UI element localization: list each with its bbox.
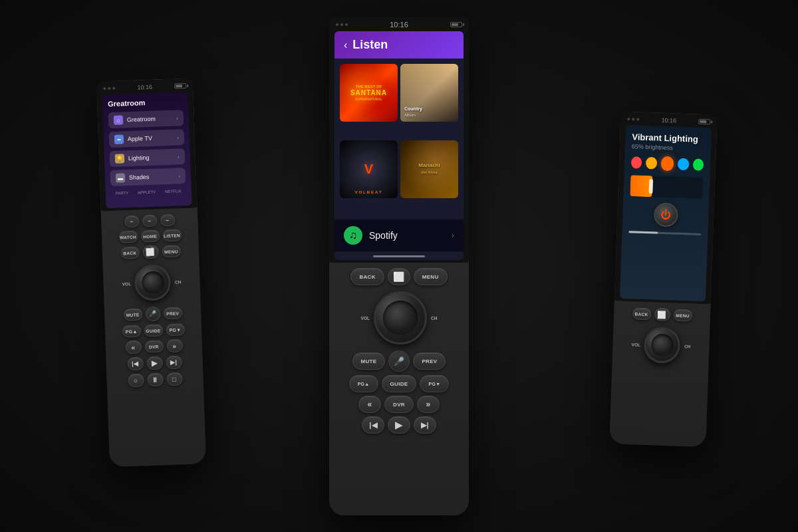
rdot-2 [632,118,634,120]
dot-2 [108,87,110,90]
spotify-row[interactable]: ♫ Spotify › [334,219,464,251]
left-menu-arrow-appletv: › [177,134,179,140]
btn-menu-center[interactable]: MENU [414,268,448,285]
left-menu-label-shades: Shades [129,173,175,181]
btn-ff-center[interactable]: » [417,396,440,413]
album-metal-logo: V [364,162,373,177]
power-button[interactable]: ⏻ [653,202,678,227]
vol-label-right: VOL [632,342,641,346]
album-country[interactable]: CountryAlbum [400,64,458,122]
btn-dvr-left[interactable]: DVR [144,340,164,352]
left-menu-shades[interactable]: ▬ Shades › [110,168,186,186]
dial-left[interactable] [134,264,172,301]
btn-minus3-left[interactable]: − [160,214,175,227]
btn-mute-center[interactable]: MUTE [352,352,386,370]
left-menu-appletv[interactable]: ▪▪ Apple TV › [109,129,185,148]
left-menu-greatroom[interactable]: ⌂ Greatroom › [108,110,184,128]
battery-center [450,22,462,27]
album-metal[interactable]: V VOLBEAT [340,140,398,198]
btn-guide-center[interactable]: GUIDE [382,375,417,392]
btn-listen-left[interactable]: LISTEN [162,229,182,241]
btn-row-transport-center: |◀ ▶ ▶| [334,416,464,434]
screen-center: 10:16 ‹ Listen THE BEST OF SANTANA SUPER… [329,17,469,263]
right-screen-subtitle: 65% brightness [632,143,704,152]
time-center: 10:16 [390,21,408,29]
battery-right [698,119,710,125]
brightness-bar[interactable] [630,175,703,199]
color-amber[interactable] [646,157,657,170]
btn-pgdown-left[interactable]: PG▼ [166,323,185,336]
btn-circle-left[interactable]: ○ [128,374,144,388]
btn-ff-left[interactable]: » [166,338,183,352]
btn-minus2-left[interactable]: − [142,215,157,227]
btn-skipfwd-left[interactable]: ▶| [166,355,182,369]
tab-party[interactable]: PARTY [116,191,129,196]
btn-tv-left[interactable]: ⬜ [142,245,159,259]
remote-body-right: BACK ⬜ MENU VOL CH [609,301,710,447]
btn-dvr-center[interactable]: DVR [384,396,414,413]
btn-play-center[interactable]: ▶ [388,416,410,434]
left-menu-arrow-greatroom: › [176,115,178,121]
dial-center[interactable] [374,291,427,344]
screen-content-right: Vibrant Lighting 65% brightness ⏻ [620,125,712,301]
tab-netflix[interactable]: NETFLIX [165,189,182,194]
btn-rew-left[interactable]: « [125,340,142,354]
album-latin[interactable]: Mariachidel Alma [400,140,458,198]
screen-content-center: ‹ Listen THE BEST OF SANTANA SUPERNATURA… [334,31,464,260]
album-metal-label: VOLBEAT [340,190,398,194]
btn-minus1-left[interactable]: − [124,215,139,228]
btn-prev-left[interactable]: PREV [163,307,182,319]
time-right: 10:16 [661,117,676,124]
dial-container-center: VOL CH [361,291,438,344]
btn-pgup-center[interactable]: PG▲ [349,375,378,392]
album-santana[interactable]: THE BEST OF SANTANA SUPERNATURAL [340,64,398,122]
left-menu-label-appletv: Apple TV [128,134,174,142]
btn-skipback-center[interactable]: |◀ [362,416,384,434]
color-green[interactable] [692,158,704,171]
btn-back-right[interactable]: BACK [632,307,651,320]
color-blue[interactable] [678,158,689,171]
signal-dots-right [627,118,639,121]
btn-pgup-left[interactable]: PG▲ [122,325,141,338]
dial-container-right: VOL CH [631,326,692,364]
album-latin-text: Mariachidel Alma [418,162,440,176]
btn-row-dvr-center: « DVR » [334,396,464,413]
btn-row-dots-left: − − − [106,213,193,228]
btn-stop-left[interactable]: □ [166,372,183,386]
btn-mute-left[interactable]: MUTE [123,309,142,321]
btn-play-left[interactable]: ▶ [146,356,163,370]
brightness-handle[interactable] [648,179,653,194]
btn-prev-center[interactable]: PREV [413,352,446,370]
btn-mic-left[interactable]: 🎤 [145,307,160,322]
btn-rew-center[interactable]: « [358,396,381,413]
btn-mic-center[interactable]: 🎤 [388,350,410,372]
btn-skipback-left[interactable]: |◀ [127,357,144,371]
btn-back-center[interactable]: BACK [350,268,384,285]
left-menu-lighting[interactable]: 💡 Lighting › [110,148,186,167]
btn-menu-left[interactable]: MENU [162,245,181,257]
btn-row-dvr-left: « DVR » [111,338,198,354]
btn-menu-right[interactable]: MENU [673,309,692,322]
time-left: 10:16 [137,84,152,91]
btn-tv-center[interactable]: ⬜ [388,268,410,285]
dial-right[interactable] [644,327,681,364]
spotify-music-icon: ♫ [349,229,357,241]
btn-skipfwd-center[interactable]: ▶| [414,416,436,434]
color-orange[interactable] [660,156,674,172]
btn-back-left[interactable]: BACK [120,247,140,259]
tab-appletv[interactable]: APPLETV [138,190,156,195]
listen-title: Listen [352,38,388,52]
btn-pause-left[interactable]: ⏸ [147,372,164,386]
btn-tv-right[interactable]: ⬜ [654,308,670,322]
btn-home-left[interactable]: HOME [140,230,160,243]
cdot-1 [336,23,338,26]
color-red[interactable] [631,156,642,169]
cdot-2 [340,23,343,26]
btn-pgdown-center[interactable]: PG▼ [420,375,449,392]
back-btn-center[interactable]: ‹ [344,39,347,51]
btn-watch-left[interactable]: WATCH [118,231,138,243]
album-country-text: CountryAlbum [404,106,422,118]
btn-guide-left[interactable]: GUIDE [144,324,163,336]
battery-fill-left [176,84,182,87]
dial-lines-left [136,266,170,299]
